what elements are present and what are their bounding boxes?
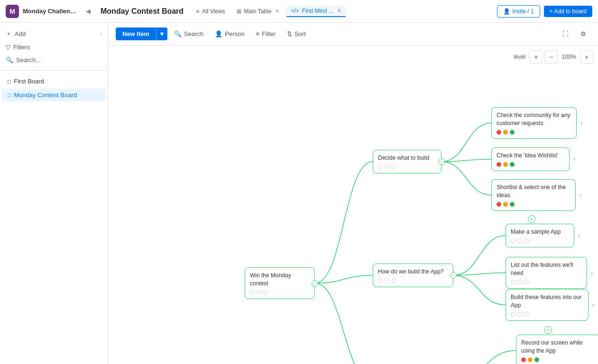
node-list-features[interactable]: List out the features we'll need <box>506 257 587 289</box>
zoom-in-button[interactable]: + <box>580 50 593 64</box>
expand-plus-1[interactable]: + <box>544 326 552 334</box>
node-dots-list-features <box>511 280 582 284</box>
arrow-list-features[interactable]: › <box>588 269 596 277</box>
node-record-screen[interactable]: Record our screen while using the App <box>516 335 598 364</box>
node-check-community[interactable]: Check the community for any customer req… <box>491 107 577 139</box>
node-decide[interactable]: Decide what to build <box>373 150 442 173</box>
sidebar-item-first-board[interactable]: □ First Board <box>2 75 106 88</box>
collapse-decide[interactable]: − <box>438 158 445 165</box>
node-dots-check-wishlist <box>497 162 564 167</box>
sort-label: Sort <box>294 30 306 37</box>
invite-button[interactable]: 👤 Invite / 1 <box>497 5 540 18</box>
tab-all-views-label: All Views <box>202 8 225 15</box>
dot-empty <box>524 312 529 317</box>
zoom-label: 100% <box>560 54 578 60</box>
node-build-features[interactable]: Build these features into our App <box>506 289 589 321</box>
node-dots-build-features <box>511 312 583 317</box>
dot-green <box>510 130 515 135</box>
add-board-button[interactable]: + Add to board <box>544 6 592 17</box>
person-button[interactable]: 👤 Person <box>210 28 249 40</box>
mind-icon: </> <box>291 8 299 14</box>
node-check-wishlist[interactable]: Check the 'Idea Wishlist' <box>491 147 570 171</box>
node-label-shortlist: Shortlist & select one of the ideas <box>497 183 570 200</box>
dot-red <box>497 130 501 135</box>
collapse-how-build[interactable]: − <box>450 272 457 279</box>
dot-red <box>497 162 501 167</box>
zoom-out-button[interactable]: − <box>544 50 558 64</box>
filters-action[interactable]: ▽ Filters <box>0 41 108 54</box>
person-icon: 👤 <box>215 30 222 37</box>
expand-plus-0[interactable]: + <box>528 215 535 223</box>
node-label-record-screen: Record our screen while using the App <box>521 339 595 355</box>
add-icon: ＋ <box>6 29 12 38</box>
dot-orange <box>503 130 508 135</box>
dot-empty <box>378 278 383 283</box>
add-board-label: + Add to board <box>550 8 587 15</box>
node-label-win: Win the Monday contest <box>250 272 310 288</box>
dot-empty <box>385 164 389 169</box>
arrow-sample-app[interactable]: › <box>575 232 583 239</box>
node-win[interactable]: Win the Monday contest <box>245 267 315 299</box>
settings-button[interactable]: ⚙ <box>576 27 590 41</box>
node-how-build[interactable]: How do we build the App? <box>373 264 453 287</box>
node-sample-app[interactable]: Make a sample App <box>506 224 574 247</box>
arrow-build-features[interactable]: › <box>589 301 597 309</box>
toolbar: New Item ▾ 🔍 Search 👤 Person ≡ Filter ⇅ … <box>108 23 598 46</box>
node-dots-record-screen <box>521 357 595 362</box>
node-label-check-wishlist: Check the 'Idea Wishlist' <box>497 152 564 160</box>
node-label-how-build: How do we build the App? <box>378 268 448 276</box>
tab-main-table[interactable]: ⊞ Main Table ✕ <box>232 6 285 17</box>
node-shortlist[interactable]: Shortlist & select one of the ideas <box>491 179 576 211</box>
dot-empty <box>517 238 522 243</box>
board-icon-first: □ <box>8 78 11 85</box>
node-label-sample-app: Make a sample App <box>511 228 569 236</box>
new-item-button[interactable]: New Item ▾ <box>116 27 167 40</box>
arrow-check-wishlist[interactable]: › <box>570 155 578 163</box>
node-dots-how-build <box>378 278 448 283</box>
toolbar-right: ⛶ ⚙ <box>558 27 590 41</box>
filter-label: Filter <box>262 30 276 37</box>
sidebar-first-board-label: First Board <box>14 78 44 85</box>
node-dots-win <box>250 290 310 295</box>
sidebar-collapse-button[interactable]: ◀ <box>83 7 93 16</box>
dot-empty <box>257 290 261 295</box>
sort-button[interactable]: ⇅ Sort <box>282 28 311 40</box>
tab-first-mind[interactable]: </> First Mind ... ✕ <box>286 6 346 17</box>
new-item-label: New Item <box>116 27 156 40</box>
dot-empty <box>250 290 255 295</box>
node-dots-decide <box>378 164 436 169</box>
new-item-dropdown-arrow[interactable]: ▾ <box>156 27 167 40</box>
tab-first-mind-close[interactable]: ✕ <box>337 8 341 14</box>
search-button[interactable]: 🔍 Search <box>169 28 208 40</box>
search-toolbar-label: Search <box>184 30 203 37</box>
tab-all-views[interactable]: ≡ All Views <box>191 6 230 17</box>
board-icon-monday: □ <box>8 92 11 99</box>
node-dots-check-community <box>497 130 571 135</box>
arrow-check-community[interactable]: › <box>578 119 585 127</box>
sort-icon: ⇅ <box>287 30 292 37</box>
filter-button[interactable]: ≡ Filter <box>251 28 280 40</box>
search-action[interactable]: 🔍 Search... <box>0 54 108 66</box>
tab-first-mind-label: First Mind ... <box>302 8 333 14</box>
sidebar-item-monday-contest[interactable]: □ Monday Contest Board <box>2 89 106 101</box>
node-label-check-community: Check the community for any customer req… <box>497 111 571 127</box>
dot-green <box>534 357 539 362</box>
dot-orange <box>503 162 508 167</box>
fullscreen-button[interactable]: ⛶ <box>558 27 572 41</box>
dot-empty <box>511 280 515 284</box>
person-label: Person <box>225 30 244 37</box>
tab-main-table-close[interactable]: ✕ <box>275 8 279 14</box>
level-add-button[interactable]: + <box>529 50 543 64</box>
top-header: M Monday Challenge Wor... ◀ Monday Conte… <box>0 0 598 23</box>
sidebar: ＋ Add › ▽ Filters 🔍 Search... □ First Bo… <box>0 23 108 364</box>
arrow-shortlist[interactable]: › <box>577 191 584 199</box>
collapse-win[interactable]: − <box>312 280 318 287</box>
add-action[interactable]: ＋ Add › <box>0 27 108 41</box>
dot-empty <box>517 312 522 317</box>
invite-label: Invite / 1 <box>512 8 534 15</box>
dot-red <box>521 357 526 362</box>
dot-orange <box>528 357 533 362</box>
dot-empty <box>263 290 268 295</box>
dot-empty <box>524 238 529 243</box>
dot-empty <box>385 278 389 283</box>
